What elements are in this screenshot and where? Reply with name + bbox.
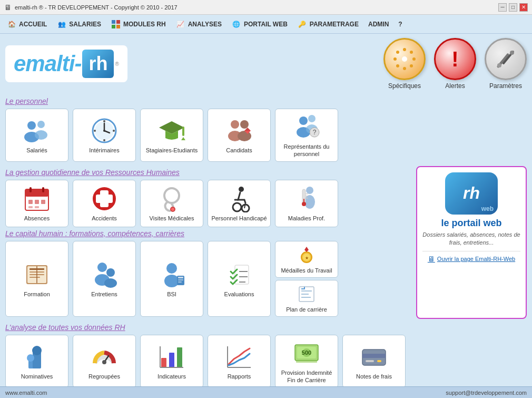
card-maladies[interactable]: Maladies Prof. <box>275 180 338 227</box>
portal-rh-text: rh <box>463 183 480 203</box>
titlebar-controls[interactable]: ─ □ ✕ <box>498 3 528 12</box>
footer-right: support@trdeveloppement.com <box>446 390 527 396</box>
main-content: emalti- rh ® <box>0 34 532 394</box>
card-visites[interactable]: Visites Médicales <box>140 180 203 227</box>
card-interimaires[interactable]: Intérimaires <box>73 109 136 162</box>
minimize-button[interactable]: ─ <box>498 3 507 12</box>
card-formation[interactable]: Formation <box>5 241 68 317</box>
card-evaluations[interactable]: Evaluations <box>208 241 271 317</box>
card-bsi[interactable]: BSI <box>140 241 203 317</box>
menu-admin[interactable]: ADMIN <box>364 18 393 30</box>
svg-text:500: 500 <box>302 350 311 356</box>
svg-text:?: ? <box>313 129 317 136</box>
parametres-label: Paramètres <box>489 82 522 90</box>
menu-portail-web[interactable]: 🌐 PORTAIL WEB <box>227 17 292 32</box>
parametres-circle <box>485 38 527 80</box>
svg-rect-47 <box>25 189 48 197</box>
provision-img: 500 <box>293 339 320 367</box>
card-regroupees[interactable]: Regroupées <box>73 335 136 388</box>
logo-registered: ® <box>115 61 119 67</box>
card-stagiaires[interactable]: Stagiaires-Etudiants <box>140 109 203 162</box>
card-nominatives[interactable]: Nominatives <box>5 335 68 388</box>
section-personnel-title[interactable]: Le personnel <box>5 97 527 105</box>
nominatives-card-label: Nominatives <box>21 373 53 380</box>
svg-rect-120 <box>366 360 374 362</box>
formation-img <box>23 261 51 288</box>
card-medailles[interactable]: ★ Médailles du Travail <box>275 241 338 278</box>
notes-frais-card-label: Notes de frais <box>356 373 392 380</box>
parametres-button[interactable]: Paramètres <box>485 38 527 90</box>
alertes-button[interactable]: ! Alertes <box>434 38 476 90</box>
card-salaries[interactable]: Salariés <box>5 109 68 162</box>
card-provision[interactable]: 500 Provision Indemnité Fin de Carrière <box>275 335 338 388</box>
section-gestion-title[interactable]: La gestion quotidienne de vos Ressources… <box>5 168 412 177</box>
close-button[interactable]: ✕ <box>519 3 528 12</box>
accidents-card-label: Accidents <box>92 215 117 222</box>
visites-card-label: Visites Médicales <box>150 215 194 222</box>
card-entretiens[interactable]: Entretiens <box>73 241 136 317</box>
svg-point-6 <box>403 67 406 70</box>
card-accidents[interactable]: Accidents <box>73 180 136 227</box>
rapports-img <box>225 343 253 371</box>
svg-point-105 <box>102 360 106 364</box>
svg-point-12 <box>396 64 399 67</box>
menu-salaries[interactable]: 👥 SALARIES <box>52 17 105 32</box>
alert-icon: ! <box>451 48 458 70</box>
representants-img: ? <box>293 113 320 141</box>
indicateurs-card-label: Indicateurs <box>157 373 186 380</box>
logo-area: emalti- rh ® <box>5 45 127 82</box>
entretiens-img <box>91 261 118 288</box>
svg-rect-106 <box>161 358 166 367</box>
representants-card-label: Représentants du personnel <box>278 143 336 158</box>
portail-icon: 🌐 <box>231 19 242 30</box>
absences-card-label: Absences <box>24 215 50 222</box>
accueil-icon: 🏠 <box>6 19 17 30</box>
career-plan-icon <box>297 285 316 304</box>
svg-text:★: ★ <box>305 256 309 260</box>
svg-rect-57 <box>96 195 113 203</box>
card-indicateurs[interactable]: Indicateurs <box>140 335 203 388</box>
svg-point-82 <box>104 278 117 288</box>
card-absences[interactable]: Absences <box>5 180 68 227</box>
titlebar: 🖥 emalti-rh ® - TR DEVELOPPEMENT - Copyr… <box>0 0 532 15</box>
restore-button[interactable]: □ <box>509 3 517 12</box>
formation-card-label: Formation <box>24 290 50 298</box>
personnel-row: Salariés Intér <box>5 109 527 162</box>
menu-analyses[interactable]: 📈 ANALYSES <box>171 17 226 32</box>
section-analyse-title[interactable]: L'analyse de toutes vos données RH <box>5 323 527 332</box>
footer-left: www.emalti.com <box>5 390 47 396</box>
thermometer-person-icon <box>293 185 320 212</box>
card-handicape[interactable]: Personnel Handicapé <box>208 180 271 227</box>
medical-cross-icon <box>91 185 118 212</box>
svg-rect-53 <box>28 206 33 208</box>
card-representants[interactable]: ? Représentants du personnel <box>275 109 338 162</box>
app-icon: 🖥 <box>4 3 12 12</box>
card-plan-carriere[interactable]: Plan de carrière <box>275 280 338 317</box>
regroupees-img <box>91 343 118 371</box>
card-candidats[interactable]: Candidats <box>208 109 271 162</box>
menu-accueil[interactable]: 🏠 ACCUEIL <box>2 17 51 32</box>
salaries-img <box>23 117 51 144</box>
section-capital-title[interactable]: Le capital humain : formations, compéten… <box>5 229 412 238</box>
svg-point-65 <box>304 195 315 209</box>
section-gestion-and-capital: La gestion quotidienne de vos Ressources… <box>5 166 527 319</box>
book-icon <box>23 263 51 286</box>
card-notes-frais[interactable]: Notes de frais <box>342 335 406 388</box>
menu-help[interactable]: ? <box>394 18 406 30</box>
card-rapports[interactable]: Rapports <box>208 335 271 388</box>
portal-open-link[interactable]: 🖥 Ouvrir la page Emalti-RH-Web <box>422 251 520 263</box>
svg-point-84 <box>164 275 179 287</box>
menu-modules-rh[interactable]: MODULES RH <box>106 17 170 32</box>
svg-rect-50 <box>28 200 33 204</box>
star-icon <box>393 47 416 71</box>
evaluations-img <box>225 261 253 288</box>
portal-description: Dossiers salariés, absences, notes de fr… <box>422 231 520 247</box>
portal-link-text: Ouvrir la page Emalti-RH-Web <box>437 256 515 262</box>
menu-parametrage[interactable]: 🔑 PARAMETRAGE <box>293 17 363 32</box>
clock-icon <box>91 117 118 144</box>
stagiaires-img <box>158 117 185 144</box>
specifiques-button[interactable]: Spécifiques <box>383 38 426 90</box>
absences-img <box>23 185 51 212</box>
salaries-icon: 👥 <box>56 19 67 30</box>
svg-point-21 <box>35 130 47 140</box>
